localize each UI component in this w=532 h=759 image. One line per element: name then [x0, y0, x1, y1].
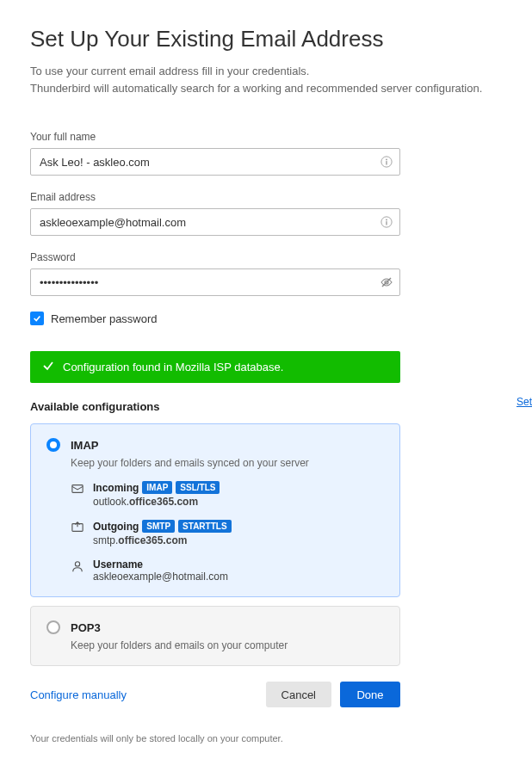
badge-starttls: STARTTLS — [178, 520, 231, 533]
pop3-radio[interactable] — [46, 620, 60, 634]
footer-note: Your credentials will only be stored loc… — [30, 733, 502, 744]
svg-point-1 — [386, 159, 387, 161]
cancel-button[interactable]: Cancel — [266, 682, 331, 707]
configure-manually-link[interactable]: Configure manually — [30, 688, 127, 701]
email-input[interactable] — [30, 208, 400, 236]
eye-toggle-icon[interactable] — [380, 275, 393, 289]
badge-smtp: SMTP — [142, 520, 175, 533]
svg-rect-2 — [386, 161, 387, 164]
fullname-input[interactable] — [30, 148, 400, 176]
password-input[interactable] — [30, 268, 400, 296]
status-banner: Configuration found in Mozilla ISP datab… — [30, 351, 400, 383]
incoming-label: Incoming — [93, 482, 139, 494]
user-icon — [71, 559, 84, 573]
outgoing-label: Outgoing — [93, 521, 139, 533]
outgoing-icon — [71, 521, 84, 534]
imap-desc: Keep your folders and emails synced on y… — [71, 457, 384, 469]
email-label: Email address — [30, 191, 502, 203]
svg-point-10 — [75, 562, 79, 566]
info-icon[interactable] — [380, 215, 393, 229]
done-button[interactable]: Done — [340, 682, 400, 707]
password-label: Password — [30, 251, 502, 263]
svg-rect-8 — [72, 485, 83, 493]
config-imap-card[interactable]: IMAP Keep your folders and emails synced… — [30, 423, 400, 597]
status-text: Configuration found in Mozilla ISP datab… — [63, 361, 283, 373]
outgoing-host: smtp.office365.com — [93, 534, 384, 546]
remember-password-label: Remember password — [51, 312, 158, 325]
page-subtitle: To use your current email address fill i… — [30, 63, 502, 96]
svg-point-4 — [386, 219, 387, 221]
imap-title: IMAP — [71, 439, 99, 452]
badge-ssl: SSL/TLS — [176, 481, 220, 494]
incoming-icon — [71, 482, 84, 496]
page-title: Set Up Your Existing Email Address — [30, 26, 502, 52]
check-icon — [42, 360, 54, 374]
incoming-host: outlook.office365.com — [93, 496, 384, 508]
svg-rect-5 — [386, 221, 387, 225]
badge-imap: IMAP — [142, 481, 172, 494]
remember-password-checkbox[interactable] — [30, 312, 44, 325]
settings-link[interactable]: Set — [517, 396, 532, 408]
config-pop3-card[interactable]: POP3 Keep your folders and emails on you… — [30, 606, 400, 666]
pop3-desc: Keep your folders and emails on your com… — [71, 639, 384, 651]
info-icon[interactable] — [380, 155, 393, 169]
fullname-label: Your full name — [30, 131, 502, 143]
pop3-title: POP3 — [71, 621, 101, 634]
username-label: Username — [93, 558, 384, 571]
imap-radio[interactable] — [46, 438, 60, 452]
username-value: askleoexample@hotmail.com — [93, 571, 384, 583]
available-configs-header: Available configurations — [30, 400, 502, 413]
